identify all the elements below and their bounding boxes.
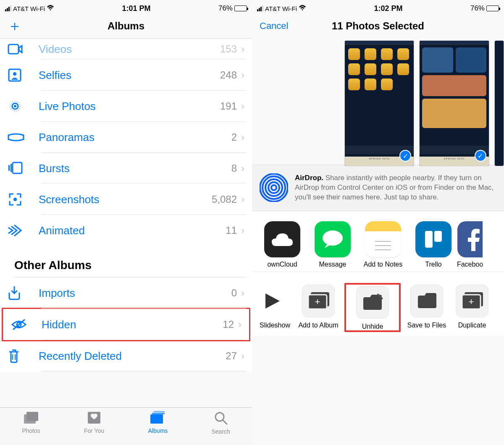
share-app-label: Add to Notes [364, 261, 403, 268]
album-row-videos[interactable]: Videos153› [0, 39, 252, 60]
search-tab-icon [214, 411, 228, 427]
album-label: Bursts [39, 162, 231, 175]
foryou-tab-icon [87, 411, 101, 426]
airdrop-icon [260, 173, 288, 202]
save-files-icon [410, 285, 443, 317]
share-app-trello[interactable]: Trello [408, 221, 459, 268]
photo-thumbnail[interactable]: SPRING INTO ✓ [344, 40, 414, 166]
battery-label: 76% [470, 4, 485, 13]
chevron-right-icon: › [241, 69, 244, 81]
album-row-panoramas[interactable]: Panoramas2› [0, 122, 252, 153]
trello-icon [415, 221, 452, 257]
share-app-owncloud[interactable]: ownCloud [257, 221, 307, 268]
album-row-live-photos[interactable]: Live Photos191› [0, 91, 252, 122]
photos-tab-icon [23, 411, 39, 426]
share-app-add-to-notes[interactable]: Add to Notes [358, 221, 408, 268]
bursts-icon [8, 161, 33, 175]
svg-rect-7 [10, 164, 12, 172]
tab-for-you[interactable]: For You [84, 411, 104, 434]
action-slideshow[interactable]: Slideshow [253, 285, 293, 332]
signal-icon [5, 5, 11, 11]
svg-point-5 [14, 105, 16, 107]
action-unhide[interactable]: Unhide [347, 286, 398, 330]
album-count: 153 [220, 43, 237, 55]
nav-bar: ＋ Albums [0, 13, 252, 39]
tab-albums[interactable]: Albums [148, 411, 168, 434]
photo-thumbnail[interactable] [494, 40, 504, 166]
album-count: 2 [231, 131, 237, 143]
add-button[interactable]: ＋ [8, 16, 22, 36]
carrier-label: AT&T Wi-Fi [13, 5, 45, 12]
other-album-list: Imports0›Hidden12›Recently Deleted27› [0, 277, 252, 372]
photo-thumbnail[interactable]: SPRING INTO ✓ [419, 40, 489, 166]
tab-photos[interactable]: Photos [22, 411, 40, 434]
duplicate-icon: + [456, 285, 488, 317]
action-save-to-files[interactable]: Save to Files [402, 285, 452, 332]
action-label: Save to Files [407, 322, 446, 329]
album-count: 27 [226, 350, 237, 362]
album-row-hidden[interactable]: Hidden12› [3, 309, 249, 340]
share-app-message[interactable]: Message [307, 221, 358, 268]
time-label: 1:02 PM [374, 4, 403, 13]
nav-bar: Cancel 11 Photos Selected [252, 13, 504, 39]
battery-icon [486, 5, 499, 11]
chevron-right-icon: › [241, 162, 244, 174]
action-label: Unhide [362, 323, 383, 330]
share-app-label: Message [319, 261, 346, 268]
chevron-right-icon: › [241, 43, 244, 55]
album-label: Panoramas [39, 131, 231, 144]
album-label: Imports [39, 287, 231, 300]
action-label: Slideshow [260, 322, 290, 329]
airdrop-text: AirDrop. Share instantly with people nea… [295, 173, 496, 202]
wifi-icon [299, 5, 306, 12]
share-app-faceboo[interactable]: Faceboo [459, 221, 481, 268]
albums-tab-icon [150, 411, 166, 426]
chevron-right-icon: › [241, 194, 244, 205]
svg-rect-6 [13, 162, 22, 173]
album-row-selfies[interactable]: Selfies248› [0, 60, 252, 91]
album-row-recently-deleted[interactable]: Recently Deleted27› [0, 340, 252, 372]
album-label: Animated [39, 224, 226, 237]
svg-rect-32 [434, 231, 442, 242]
share-app-label: Faceboo [457, 261, 483, 268]
share-app-row[interactable]: ownCloudMessageAdd to NotesTrelloFaceboo [252, 211, 504, 272]
album-row-bursts[interactable]: Bursts8› [0, 153, 252, 184]
album-count: 5,082 [212, 194, 237, 205]
chevron-right-icon: › [241, 225, 244, 236]
action-duplicate[interactable]: +Duplicate [452, 285, 492, 332]
selfies-icon [8, 68, 33, 82]
airdrop-panel: AirDrop. Share instantly with people nea… [252, 165, 504, 211]
selected-photos-strip[interactable]: SPRING INTO ✓ SPRING INTO ✓ [252, 39, 504, 165]
animated-icon [8, 223, 33, 238]
nav-title: Albums [108, 20, 144, 32]
svg-rect-0 [8, 44, 18, 54]
action-add-to-album[interactable]: +Add to Album [293, 285, 344, 332]
chevron-right-icon: › [241, 100, 244, 112]
album-row-screenshots[interactable]: Screenshots5,082› [0, 184, 252, 215]
action-row[interactable]: Slideshow+Add to AlbumUnhideSave to File… [252, 272, 504, 335]
album-count: 248 [220, 69, 237, 81]
signal-icon [257, 5, 263, 11]
notes-icon [365, 221, 401, 257]
add-album-icon: + [302, 285, 335, 317]
share-app-label: Trello [425, 261, 441, 268]
check-icon: ✓ [475, 150, 486, 162]
imports-icon [8, 286, 33, 300]
tab-search[interactable]: Search [211, 411, 230, 435]
album-row-imports[interactable]: Imports0› [0, 277, 252, 309]
album-label: Hidden [42, 318, 223, 331]
hidden-icon [10, 318, 36, 331]
svg-point-26 [260, 174, 288, 202]
album-count: 11 [226, 225, 237, 236]
svg-text:+: + [469, 296, 474, 307]
unhide-icon [356, 286, 389, 319]
album-count: 191 [220, 100, 237, 112]
videos-icon [8, 43, 33, 55]
section-header-other: Other Albums [0, 246, 252, 277]
svg-point-9 [13, 198, 17, 201]
album-row-animated[interactable]: Animated11› [0, 215, 252, 246]
cancel-button[interactable]: Cancel [260, 21, 288, 31]
svg-line-21 [223, 420, 227, 424]
live-photos-icon [8, 99, 33, 114]
svg-point-23 [268, 182, 279, 193]
